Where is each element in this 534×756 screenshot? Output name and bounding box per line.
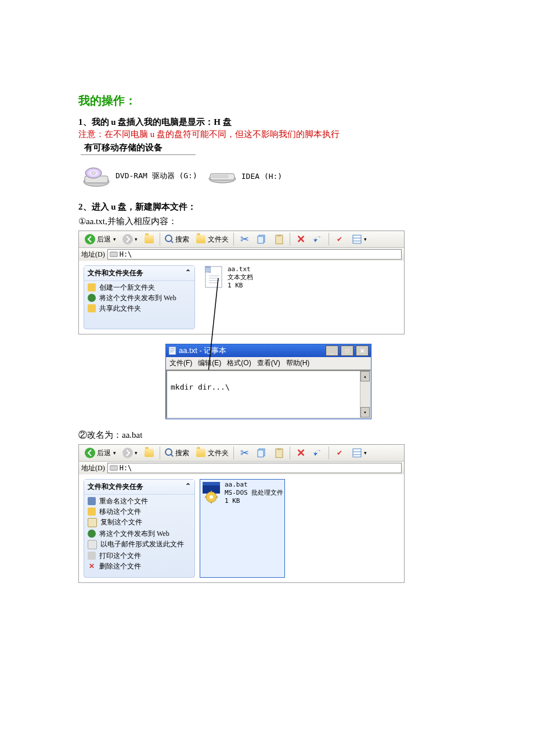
undo-icon [312,447,324,459]
folders-button[interactable]: 文件夹 [192,232,232,246]
search-button[interactable]: 搜索 [162,233,192,246]
undo-button[interactable] [309,232,327,246]
file-name: aa.bat [225,481,283,488]
address-input[interactable]: H:\ [107,249,402,260]
close-button[interactable]: ✕ [356,345,369,356]
menu-view[interactable]: 查看(V) [257,358,280,368]
rename-icon [88,497,96,505]
task-item[interactable]: 共享此文件夹 [88,304,191,312]
copy-button[interactable] [253,446,270,460]
up-folder-icon [143,233,155,245]
file-txt[interactable]: aa.txt 文本文档 1 KB [204,265,253,329]
scroll-up-icon[interactable]: ▴ [360,371,370,381]
task-print[interactable]: 打印这个文件 [88,552,191,560]
forward-button[interactable]: ▾ [119,232,140,246]
svg-rect-10 [258,236,264,243]
minimize-button[interactable]: _ [326,345,338,356]
views-button[interactable]: ▾ [348,232,370,246]
scrollbar[interactable]: ▴ ▾ [360,371,370,417]
notepad-window: aa.txt - 记事本 _ □ ✕ 文件(F) 编辑(E) 格式(O) 查看(… [165,344,371,419]
up-button[interactable] [140,232,158,246]
undo-button[interactable] [309,446,327,460]
notepad-titlebar[interactable]: aa.txt - 记事本 _ □ ✕ [166,344,371,357]
task-copy[interactable]: 复制这个文件 [88,518,191,527]
step2-sub: ①aa.txt,并输入相应内容： [78,216,459,227]
task-item[interactable]: 创建一个新文件夹 [88,283,191,291]
search-button[interactable]: 搜索 [162,447,192,459]
svg-rect-27 [353,449,361,457]
task-email[interactable]: 以电子邮件形式发送此文件 [88,540,191,549]
step1-heading: 1、我的 u 盘插入我的电脑是显示：H 盘 [78,117,459,128]
tasks-title: 文件和文件夹任务 [88,482,143,492]
file-bat[interactable]: aa.bat MS-DOS 批处理文件 1 KB [200,479,285,578]
maximize-button[interactable]: □ [341,345,353,356]
paste-button[interactable] [270,232,288,246]
step2-heading: 2、进入 u 盘，新建脚本文件： [78,201,459,213]
menu-file[interactable]: 文件(F) [169,358,192,368]
scroll-down-icon[interactable]: ▾ [360,407,370,417]
paste-button[interactable] [270,446,288,460]
svg-rect-26 [277,448,281,450]
collapse-icon[interactable]: ⌃ [185,482,191,492]
svg-point-3 [92,172,95,174]
delete-icon: ✕ [295,447,306,459]
task-rename[interactable]: 重命名这个文件 [88,497,191,505]
properties-button[interactable]: ✔ [331,446,348,460]
task-delete[interactable]: ✕删除这个文件 [88,562,191,570]
page-title: 我的操作： [78,93,459,109]
notepad-editor[interactable]: mkdir dir...\ ▴ ▾ [166,370,371,419]
folders-button[interactable]: 文件夹 [192,446,232,460]
svg-rect-12 [277,235,281,236]
address-label: 地址(D) [81,250,105,260]
copy-button[interactable] [253,232,270,246]
print-icon [88,552,96,560]
drive-icon-small [110,465,118,471]
notepad-content: mkdir dir...\ [171,383,230,391]
usb-drive-icon [208,164,237,188]
views-icon [351,233,363,245]
drive-g-label: DVD-RAM 驱动器 (G:) [116,171,197,181]
search-icon [165,448,174,458]
back-button[interactable]: 后退▾ [81,446,119,460]
dvd-drive-icon [82,164,111,188]
file-type: MS-DOS 批处理文件 [225,488,283,497]
menu-edit[interactable]: 编辑(E) [198,358,221,368]
notepad-title: aa.txt - 记事本 [179,345,226,356]
address-input[interactable]: H:\ [107,463,402,473]
share-icon [88,304,96,312]
menu-help[interactable]: 帮助(H) [286,358,310,368]
step3-sub: ②改名为：aa.bat [78,430,459,441]
svg-point-8 [122,234,133,244]
drive-h[interactable]: IDEA (H:) [208,164,282,188]
check-icon: ✔ [334,233,345,245]
check-icon: ✔ [334,447,345,459]
cut-button[interactable]: ✂ [236,446,253,460]
back-button[interactable]: 后退▾ [81,232,119,246]
task-move[interactable]: 移动这个文件 [88,507,191,516]
menu-format[interactable]: 格式(O) [227,358,251,368]
cut-button[interactable]: ✂ [236,232,253,246]
drive-g[interactable]: DVD-RAM 驱动器 (G:) [82,164,197,188]
tasks-panel: 文件和文件夹任务⌃ 重命名这个文件 移动这个文件 复制这个文件 将这个文件发布到… [84,479,195,578]
tasks-title: 文件和文件夹任务 [88,268,143,278]
bat-file-icon [201,481,221,504]
file-size: 1 KB [225,497,283,505]
folders-icon [195,233,207,245]
svg-rect-20 [169,347,176,355]
views-button[interactable]: ▾ [348,446,370,460]
copy-icon [256,447,268,459]
task-publish[interactable]: 将这个文件发布到 Web [88,530,191,538]
properties-button[interactable]: ✔ [331,232,348,246]
svg-point-21 [85,448,95,458]
dropdown-icon: ▾ [113,236,116,242]
forward-button[interactable]: ▾ [119,446,140,460]
delete-button[interactable]: ✕ [292,232,309,246]
file-type: 文本文档 [228,273,253,282]
collapse-icon[interactable]: ⌃ [185,268,191,278]
back-icon [84,447,96,459]
delete-button[interactable]: ✕ [292,446,309,460]
task-item[interactable]: 将这个文件夹发布到 Web [88,294,191,302]
svg-point-34 [210,495,213,499]
up-button[interactable] [140,446,158,460]
notepad-icon [168,347,176,355]
